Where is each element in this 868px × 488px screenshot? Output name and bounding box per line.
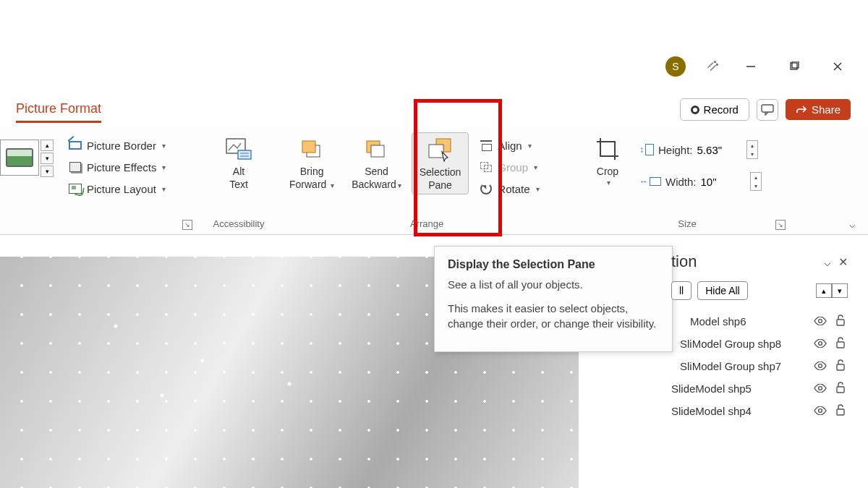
width-input[interactable] — [701, 171, 746, 192]
styles-scroll-up[interactable]: ▴ — [41, 140, 54, 151]
tooltip-selection-pane: Display the Selection Pane See a list of… — [434, 246, 673, 352]
group-label-arrange: Arrange — [282, 217, 571, 231]
bring-forward-button[interactable]: Bring Forward ▾ — [282, 132, 341, 193]
group-picture-styles: ▴ ▾ ▾ — [0, 127, 58, 234]
visibility-toggle[interactable] — [813, 360, 827, 372]
picture-border-button[interactable]: Picture Border▾ — [65, 137, 169, 154]
selection-pane-icon — [426, 136, 455, 163]
chevron-down-icon: ▾ — [536, 185, 540, 193]
lock-toggle[interactable] — [833, 404, 848, 418]
svg-rect-21 — [837, 342, 844, 348]
share-label: Share — [812, 103, 841, 116]
svg-rect-15 — [371, 145, 384, 157]
selection-item[interactable]: SliModel Group shp8 — [665, 333, 854, 355]
share-button[interactable]: Share — [786, 99, 851, 120]
send-backward-icon — [362, 135, 391, 163]
align-icon — [479, 139, 493, 152]
move-up-button[interactable]: ▴ — [816, 283, 832, 298]
picture-layout-button[interactable]: Picture Layout▾ — [65, 180, 169, 197]
lock-toggle[interactable] — [833, 382, 848, 395]
picture-effects-button[interactable]: Picture Effects▾ — [65, 158, 169, 176]
close-button[interactable] — [825, 56, 851, 77]
svg-rect-3 — [791, 63, 797, 69]
group-picture-style-options: Picture Border▾ Picture Effects▾ Picture… — [58, 127, 203, 234]
comments-button[interactable] — [757, 99, 778, 121]
width-control: ↔ Width: ▴▾ — [639, 170, 762, 193]
lock-toggle[interactable] — [833, 314, 848, 328]
styles-more[interactable]: ▾ — [41, 166, 54, 177]
send-backward-button[interactable]: Send Backward▾ — [344, 132, 408, 193]
selection-pane-close[interactable]: ✕ — [838, 255, 848, 269]
selection-pane-button[interactable]: Selection Pane — [412, 132, 469, 194]
picture-style-thumb[interactable] — [0, 140, 39, 176]
svg-point-1 — [716, 64, 718, 65]
chevron-down-icon: ▾ — [162, 163, 166, 171]
rotate-button[interactable]: Rotate▾ — [476, 180, 542, 197]
group-label-size: Size ↘ — [586, 217, 788, 231]
tooltip-line1: See a list of all your objects. — [448, 277, 659, 292]
minimize-button[interactable] — [738, 56, 764, 77]
collapse-ribbon-button[interactable]: ⌵ — [849, 218, 855, 230]
selection-pane-dropdown[interactable]: ⌵ — [824, 255, 831, 269]
coming-soon-icon[interactable] — [703, 58, 720, 75]
svg-rect-7 — [762, 105, 773, 112]
lock-toggle[interactable] — [833, 337, 848, 351]
picture-border-icon — [68, 139, 82, 152]
record-button[interactable]: Record — [680, 98, 749, 121]
selection-item[interactable]: SliModel Group shp7 — [665, 355, 854, 377]
svg-rect-17 — [429, 145, 443, 158]
visibility-toggle[interactable] — [813, 315, 827, 328]
height-control: ↕ Height: ▴▾ — [639, 138, 762, 161]
svg-rect-27 — [837, 409, 844, 415]
width-spinner[interactable]: ▴▾ — [750, 172, 762, 191]
svg-rect-4 — [792, 61, 799, 68]
alt-text-icon — [224, 135, 253, 163]
svg-point-24 — [819, 387, 822, 390]
group-button: Group▾ — [476, 158, 542, 176]
selection-pane: tion ⌵ ✕ ll Hide All ▴ ▾ Model shp6SliMo… — [665, 249, 854, 425]
svg-rect-25 — [837, 387, 844, 393]
crop-button[interactable]: Crop ▾ — [586, 132, 629, 189]
lock-toggle[interactable] — [833, 359, 848, 373]
selection-item[interactable]: SlideModel shp4 — [665, 400, 854, 422]
move-down-button[interactable]: ▾ — [832, 283, 848, 298]
picture-effects-icon — [68, 160, 82, 174]
chevron-down-icon: ▾ — [398, 181, 401, 189]
selection-item[interactable]: Model shp6 — [665, 310, 854, 333]
width-icon: ↔ — [639, 176, 661, 187]
selection-list: Model shp6SliModel Group shp8SliModel Gr… — [665, 307, 854, 425]
selection-item[interactable]: SlideModel shp5 — [665, 377, 854, 400]
svg-point-0 — [715, 61, 716, 63]
show-all-button[interactable]: ll — [671, 281, 692, 300]
height-input[interactable] — [697, 140, 742, 160]
visibility-toggle[interactable] — [813, 338, 827, 350]
selection-pane-title: tion — [671, 252, 697, 271]
maximize-button[interactable] — [781, 56, 807, 77]
svg-rect-23 — [837, 364, 844, 370]
styles-launcher[interactable]: ↘ — [182, 220, 192, 230]
align-button[interactable]: Align▾ — [476, 137, 542, 154]
alt-text-button[interactable]: Alt Text — [217, 132, 260, 193]
selection-item-label: SlideModel shp4 — [671, 405, 752, 417]
group-accessibility: Alt Text Accessibility — [203, 127, 275, 234]
group-size: Crop ▾ ↕ Height: ▴▾ ↔ Width: ▴▾ Size — [579, 127, 796, 234]
selection-item-label: SlideModel shp5 — [671, 382, 752, 395]
hide-all-button[interactable]: Hide All — [697, 281, 747, 300]
group-label-accessibility: Accessibility — [210, 217, 268, 231]
styles-scroll-down[interactable]: ▾ — [41, 153, 54, 164]
tooltip-line2: This makes it easier to select objects, … — [448, 301, 659, 331]
height-icon: ↕ — [639, 144, 654, 155]
user-avatar[interactable]: S — [665, 56, 686, 77]
size-launcher[interactable]: ↘ — [775, 220, 786, 230]
group-arrange: Bring Forward ▾ Send Backward▾ Selection… — [275, 127, 579, 234]
selection-item-label: Model shp6 — [690, 315, 746, 328]
chevron-down-icon: ▾ — [528, 142, 532, 150]
tab-picture-format[interactable]: Picture Format — [16, 101, 101, 123]
height-spinner[interactable]: ▴▾ — [746, 140, 758, 159]
chevron-down-icon: ▾ — [534, 163, 537, 171]
ribbon-tabs: Picture Format — [16, 101, 101, 123]
chevron-down-icon: ▾ — [162, 142, 166, 150]
visibility-toggle[interactable] — [813, 405, 827, 417]
svg-point-22 — [819, 364, 822, 368]
visibility-toggle[interactable] — [813, 382, 827, 395]
